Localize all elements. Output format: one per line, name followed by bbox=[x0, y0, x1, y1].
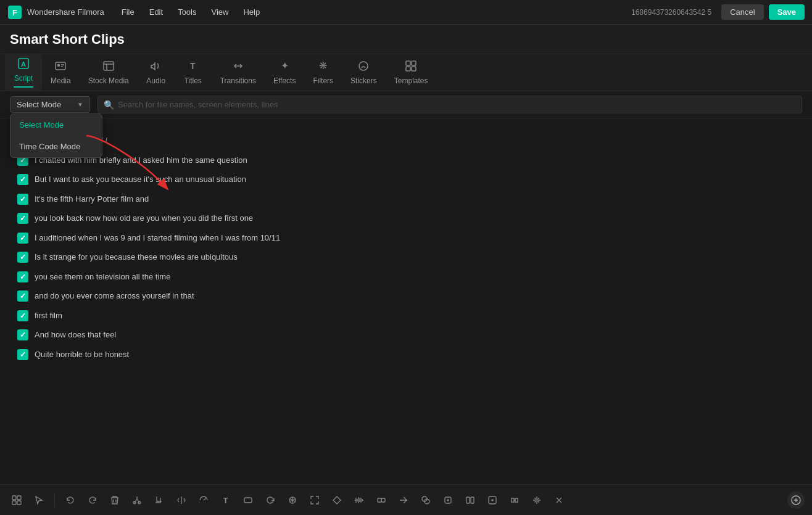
tab-templates[interactable]: Templates bbox=[386, 56, 437, 89]
tab-media[interactable]: Media bbox=[42, 56, 80, 89]
dropdown-option-select-mode[interactable]: Select Mode bbox=[10, 114, 102, 136]
line-text-7: Is it strange for you because these movi… bbox=[35, 251, 238, 263]
svg-point-12 bbox=[359, 62, 368, 70]
line-checkbox-12[interactable] bbox=[17, 349, 28, 360]
tool-text[interactable]: T bbox=[217, 491, 235, 509]
tab-stickers[interactable]: Stickers bbox=[342, 56, 386, 89]
select-mode-dropdown[interactable]: Select Mode ▼ bbox=[10, 96, 90, 113]
transitions-icon bbox=[232, 60, 244, 74]
tool-freeze[interactable] bbox=[283, 491, 302, 509]
search-input[interactable] bbox=[97, 96, 802, 113]
line-checkbox-4[interactable] bbox=[17, 194, 28, 205]
tool-mask[interactable] bbox=[239, 491, 257, 509]
script-line[interactable]: But I want to ask you because it's such … bbox=[12, 170, 800, 189]
tab-script[interactable]: A Script bbox=[5, 54, 42, 91]
line-text-3: But I want to ask you because it's such … bbox=[35, 173, 246, 186]
effects-icon: ✦ bbox=[278, 60, 291, 74]
tool-ai-denoise[interactable] bbox=[439, 491, 457, 509]
tab-transitions[interactable]: Transitions bbox=[212, 56, 265, 89]
menu-help[interactable]: Help bbox=[241, 5, 262, 19]
script-lines: lcliffe last night and I I chatted with … bbox=[10, 126, 802, 369]
tab-audio[interactable]: Audio bbox=[138, 56, 175, 89]
tab-script-label: Script bbox=[14, 74, 33, 83]
save-button[interactable]: Save bbox=[769, 4, 805, 20]
tool-grid[interactable] bbox=[7, 491, 26, 509]
tool-split-screen[interactable] bbox=[461, 491, 479, 509]
cancel-button[interactable]: Cancel bbox=[721, 4, 763, 20]
dropdown-option-time-code-mode[interactable]: Time Code Mode bbox=[10, 136, 102, 157]
svg-rect-14 bbox=[412, 61, 416, 65]
tab-effects-label: Effects bbox=[273, 76, 296, 85]
line-checkbox-3[interactable] bbox=[17, 174, 28, 185]
stock-media-icon bbox=[102, 60, 115, 74]
script-line[interactable]: you look back now how old are you when y… bbox=[12, 208, 800, 228]
dropdown-menu: Select Mode Time Code Mode bbox=[10, 113, 102, 158]
tool-fit-screen[interactable] bbox=[305, 491, 324, 509]
menu-tools[interactable]: Tools bbox=[175, 5, 199, 19]
tool-diamond[interactable] bbox=[328, 491, 346, 509]
page-title-bar: Smart Short Clips bbox=[0, 25, 812, 54]
svg-text:T: T bbox=[223, 496, 228, 505]
tool-extra2[interactable] bbox=[550, 491, 568, 509]
script-line[interactable]: It's the fifth Harry Potter film and bbox=[12, 189, 800, 209]
tool-delete[interactable] bbox=[106, 491, 124, 509]
svg-rect-8 bbox=[104, 62, 114, 70]
tool-cut[interactable] bbox=[128, 491, 146, 509]
script-line[interactable]: And how does that feel bbox=[12, 325, 800, 345]
tool-audio-wave[interactable] bbox=[350, 491, 368, 509]
script-line[interactable]: I chatted with him briefly and I asked h… bbox=[12, 150, 800, 170]
media-icon bbox=[54, 60, 67, 74]
tab-titles[interactable]: T Titles bbox=[175, 56, 212, 89]
line-checkbox-5[interactable] bbox=[17, 213, 28, 224]
tool-cursor[interactable] bbox=[30, 491, 48, 509]
svg-rect-34 bbox=[466, 497, 470, 503]
zoom-button[interactable] bbox=[787, 492, 805, 509]
tool-color-match[interactable] bbox=[416, 491, 435, 509]
line-checkbox-6[interactable] bbox=[17, 233, 28, 244]
script-line[interactable]: lcliffe last night and I bbox=[12, 131, 800, 150]
tab-filters[interactable]: ❋ Filters bbox=[304, 56, 342, 89]
tool-redo[interactable] bbox=[83, 491, 102, 509]
tab-titles-label: Titles bbox=[184, 76, 202, 85]
script-line[interactable]: Quite horrible to be honest bbox=[12, 345, 800, 365]
line-checkbox-11[interactable] bbox=[17, 329, 28, 340]
tool-split[interactable] bbox=[172, 491, 191, 509]
tool-compound[interactable] bbox=[483, 491, 502, 509]
tab-effects[interactable]: ✦ Effects bbox=[265, 56, 304, 89]
tool-transition-extra[interactable] bbox=[505, 491, 524, 509]
menu-file[interactable]: File bbox=[119, 5, 137, 19]
stickers-icon bbox=[357, 60, 370, 74]
tool-undo[interactable] bbox=[61, 491, 80, 509]
line-checkbox-9[interactable] bbox=[17, 290, 28, 302]
script-content: lcliffe last night and I I chatted with … bbox=[0, 118, 812, 511]
tool-rotate[interactable] bbox=[261, 491, 280, 509]
line-text-12: Quite horrible to be honest bbox=[35, 348, 129, 361]
tab-stickers-label: Stickers bbox=[350, 76, 377, 85]
script-line[interactable]: first film bbox=[12, 306, 800, 326]
script-line[interactable]: Is it strange for you because these movi… bbox=[12, 247, 800, 267]
svg-rect-4 bbox=[56, 62, 65, 70]
bottom-right bbox=[787, 492, 805, 509]
tool-detach[interactable] bbox=[372, 491, 391, 509]
tab-bar: A Script Media Stock Media Audio T Title… bbox=[0, 54, 812, 91]
tool-extra1[interactable] bbox=[528, 491, 546, 509]
menu-view[interactable]: View bbox=[209, 5, 231, 19]
line-checkbox-7[interactable] bbox=[17, 252, 28, 263]
svg-rect-29 bbox=[381, 498, 385, 502]
svg-rect-16 bbox=[412, 67, 416, 71]
tab-media-label: Media bbox=[51, 76, 71, 85]
script-line[interactable]: I auditioned when I was 9 and I started … bbox=[12, 228, 800, 248]
tab-stock-media-label: Stock Media bbox=[88, 76, 129, 85]
tab-stock-media[interactable]: Stock Media bbox=[80, 56, 138, 89]
tool-crop[interactable] bbox=[150, 491, 168, 509]
bottom-toolbar: T bbox=[0, 484, 812, 515]
line-checkbox-10[interactable] bbox=[17, 310, 28, 321]
line-checkbox-8[interactable] bbox=[17, 271, 28, 282]
menu-edit[interactable]: Edit bbox=[147, 5, 165, 19]
svg-text:❋: ❋ bbox=[319, 60, 327, 71]
tool-clip-speed[interactable] bbox=[194, 491, 213, 509]
tab-audio-label: Audio bbox=[146, 76, 165, 85]
tool-keyframe[interactable] bbox=[394, 491, 413, 509]
script-line[interactable]: and do you ever come across yourself in … bbox=[12, 286, 800, 306]
script-line[interactable]: you see them on television all the time bbox=[12, 267, 800, 287]
